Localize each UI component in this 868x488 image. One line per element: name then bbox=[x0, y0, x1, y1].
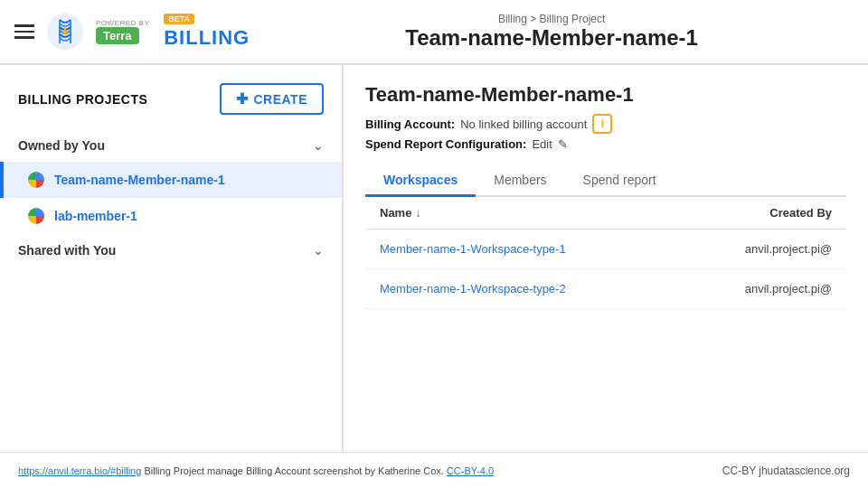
billing-projects-label: BILLING PROJECTS bbox=[18, 92, 147, 107]
info-icon-label: i bbox=[601, 117, 604, 130]
logo-dna bbox=[45, 12, 85, 52]
project-name-2: lab-member-1 bbox=[54, 209, 137, 223]
terra-badge: Terra bbox=[96, 27, 139, 44]
tab-members[interactable]: Members bbox=[476, 165, 564, 197]
owned-by-you-section[interactable]: Owned by You ⌄ bbox=[0, 129, 342, 162]
billing-account-row: Billing Account: No linked billing accou… bbox=[365, 114, 846, 134]
footer-description-text: Billing Project manage Billing Account s… bbox=[144, 465, 443, 476]
spend-report-value[interactable]: Edit bbox=[532, 137, 552, 151]
table-header-row: Name ↓ Created By bbox=[365, 197, 846, 230]
main-layout: BILLING PROJECTS ✚ CREATE Owned by You ⌄… bbox=[0, 65, 868, 452]
header-center: Billing > Billing Project Team-name-Memb… bbox=[250, 13, 854, 51]
footer-left: https://anvil.terra.bio/#billing Billing… bbox=[18, 465, 494, 476]
tab-workspaces[interactable]: Workspaces bbox=[365, 165, 476, 197]
info-icon[interactable]: i bbox=[592, 114, 612, 134]
shared-with-you-section[interactable]: Shared with You ⌄ bbox=[0, 234, 342, 267]
header-project-name: Team-name-Member-name-1 bbox=[250, 25, 854, 51]
project-name-1: Team-name-Member-name-1 bbox=[54, 173, 225, 187]
col-created-by: Created By bbox=[769, 206, 832, 220]
beta-badge: BETA bbox=[164, 14, 194, 24]
shared-with-you-label: Shared with You bbox=[18, 243, 116, 258]
sort-icon[interactable]: ↓ bbox=[415, 207, 420, 220]
created-by-2: anvil.project.pi@ bbox=[745, 282, 832, 296]
create-button-label: CREATE bbox=[253, 92, 307, 107]
footer: https://anvil.terra.bio/#billing Billing… bbox=[0, 452, 868, 488]
content-title: Team-name-Member-name-1 bbox=[365, 83, 846, 107]
breadcrumb: Billing > Billing Project bbox=[250, 13, 854, 25]
billing-title: BILLING bbox=[164, 26, 250, 50]
owned-by-you-label: Owned by You bbox=[18, 138, 105, 153]
tabs: Workspaces Members Spend report bbox=[365, 165, 846, 197]
table-area: Name ↓ Created By Member-name-1-Workspac… bbox=[365, 197, 846, 309]
header: POWERED BY Terra BETA BILLING Billing > … bbox=[0, 0, 868, 65]
workspace-name-1[interactable]: Member-name-1-Workspace-type-1 bbox=[380, 242, 566, 256]
create-button[interactable]: ✚ CREATE bbox=[220, 83, 324, 115]
plus-icon: ✚ bbox=[236, 90, 249, 108]
menu-icon[interactable] bbox=[14, 24, 34, 39]
workspace-name-2[interactable]: Member-name-1-Workspace-type-2 bbox=[380, 282, 566, 296]
header-left: POWERED BY Terra BETA BILLING bbox=[14, 12, 250, 52]
col-name: Name ↓ bbox=[380, 206, 420, 220]
gcp-icon-1 bbox=[27, 171, 45, 189]
billing-account-label: Billing Account: bbox=[365, 117, 455, 131]
gcp-icon-2 bbox=[27, 207, 45, 225]
billing-label-group: BETA BILLING bbox=[164, 14, 250, 50]
sidebar-header: BILLING PROJECTS ✚ CREATE bbox=[0, 83, 342, 129]
sidebar: BILLING PROJECTS ✚ CREATE Owned by You ⌄… bbox=[0, 65, 344, 452]
spend-report-row: Spend Report Configuration: Edit ✎ bbox=[365, 137, 846, 151]
table-row: Member-name-1-Workspace-type-1 anvil.pro… bbox=[365, 230, 846, 269]
edit-icon[interactable]: ✎ bbox=[558, 137, 568, 151]
table-row: Member-name-1-Workspace-type-2 anvil.pro… bbox=[365, 269, 846, 309]
footer-link[interactable]: https://anvil.terra.bio/#billing bbox=[18, 465, 141, 476]
powered-by-terra: POWERED BY Terra bbox=[96, 19, 149, 44]
content-area: Team-name-Member-name-1 Billing Account:… bbox=[344, 65, 868, 452]
shared-with-you-chevron: ⌄ bbox=[313, 243, 324, 258]
billing-account-value: No linked billing account bbox=[460, 117, 587, 131]
footer-copyright: CC-BY jhudatascience.org bbox=[722, 465, 850, 477]
powered-by-text: POWERED BY bbox=[96, 19, 149, 27]
sidebar-item-team-name-member-name-1[interactable]: Team-name-Member-name-1 bbox=[0, 162, 342, 198]
sidebar-item-lab-member-1[interactable]: lab-member-1 bbox=[0, 198, 342, 234]
spend-report-label: Spend Report Configuration: bbox=[365, 137, 526, 151]
owned-by-you-chevron: ⌄ bbox=[313, 138, 324, 153]
col-name-label: Name bbox=[380, 206, 411, 220]
cc-link[interactable]: CC-BY-4.0 bbox=[447, 465, 494, 476]
created-by-1: anvil.project.pi@ bbox=[745, 242, 832, 256]
tab-spend-report[interactable]: Spend report bbox=[565, 165, 675, 197]
